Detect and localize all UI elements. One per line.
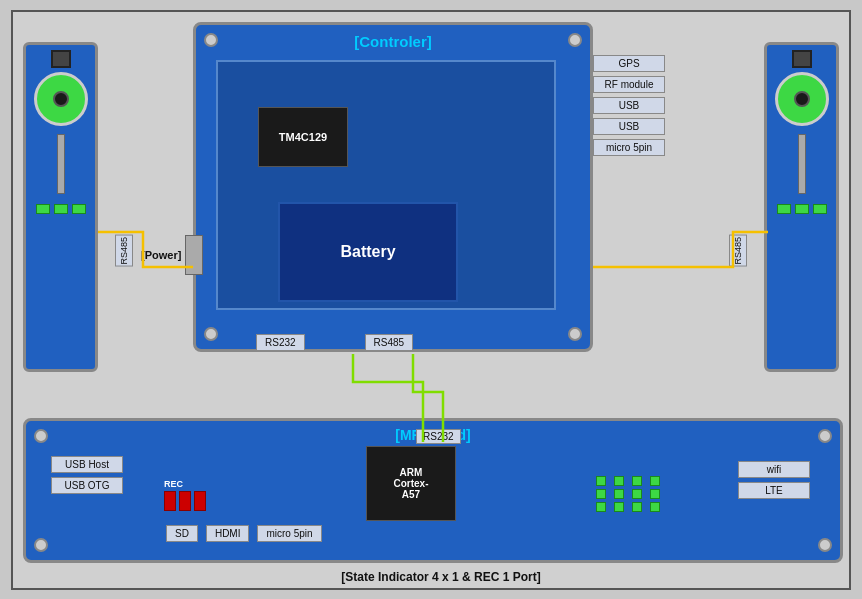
green-dot-2 xyxy=(596,489,606,499)
ctrl-corner-bl xyxy=(204,327,218,341)
green-dot-3 xyxy=(596,502,606,512)
green-dot-4 xyxy=(614,476,624,486)
green-dot-11 xyxy=(650,489,660,499)
green-col-4 xyxy=(650,476,660,512)
wifi-label: wifi xyxy=(738,461,810,478)
ctrl-corner-br xyxy=(568,327,582,341)
ctrl-corner-tl xyxy=(204,33,218,47)
rec-bar-3 xyxy=(194,491,206,511)
left-indicator-2 xyxy=(54,204,68,214)
right-modules: GPS RF module USB USB micro 5pin xyxy=(593,55,665,156)
mr-corner-tl xyxy=(34,429,48,443)
controller-title: [Controler] xyxy=(196,33,590,50)
ctrl-rs485: RS485 xyxy=(365,334,414,351)
green-dot-7 xyxy=(632,476,642,486)
mr-board: [MR Board] USB Host USB OTG REC ARMCorte… xyxy=(23,418,843,563)
left-device-indicators xyxy=(36,204,86,214)
right-device-circle xyxy=(775,72,829,126)
power-block xyxy=(185,235,203,275)
left-rs485-label: RS485 xyxy=(115,235,133,267)
power-connector: [Power] xyxy=(141,235,203,275)
usb-otg-label: USB OTG xyxy=(51,477,123,494)
rec-bar-1 xyxy=(164,491,176,511)
mr-bottom-connectors: SD HDMI micro 5pin xyxy=(166,525,322,542)
rec-label: REC xyxy=(164,479,183,489)
arm-chip: ARMCortex-A57 xyxy=(366,446,456,521)
left-device-circle xyxy=(34,72,88,126)
controller-board: [Controler] TM4C129 Battery GPS RF modul… xyxy=(193,22,593,352)
module-usb1: USB xyxy=(593,97,665,114)
right-indicator-2 xyxy=(795,204,809,214)
right-device-circle-inner xyxy=(794,91,810,107)
controller-inner: TM4C129 Battery xyxy=(216,60,556,310)
ctrl-rs232: RS232 xyxy=(256,334,305,351)
left-indicator-1 xyxy=(36,204,50,214)
green-dot-1 xyxy=(596,476,606,486)
green-dot-9 xyxy=(632,502,642,512)
right-device-top xyxy=(792,50,812,68)
battery-label: Battery xyxy=(278,202,458,302)
left-device-circle-inner xyxy=(53,91,69,107)
usb-host-label: USB Host xyxy=(51,456,123,473)
left-device: RS485 xyxy=(23,42,98,372)
mr-left-connectors: USB Host USB OTG xyxy=(51,456,123,494)
module-rf: RF module xyxy=(593,76,665,93)
micro5pin-label: micro 5pin xyxy=(257,525,321,542)
left-rs485-connector: RS485 xyxy=(115,235,133,267)
right-device-bar xyxy=(798,134,806,194)
ctrl-corner-tr xyxy=(568,33,582,47)
rec-bar-2 xyxy=(179,491,191,511)
module-micro5pin: micro 5pin xyxy=(593,139,665,156)
bottom-connectors: RS232 RS485 xyxy=(256,334,413,351)
rec-indicators xyxy=(164,491,206,511)
hdmi-label: HDMI xyxy=(206,525,250,542)
right-rs485-label: RS485 xyxy=(729,235,747,267)
green-col-3 xyxy=(632,476,642,512)
green-dot-10 xyxy=(650,476,660,486)
left-indicator-3 xyxy=(72,204,86,214)
module-gps: GPS xyxy=(593,55,665,72)
green-dot-5 xyxy=(614,489,624,499)
right-indicator-1 xyxy=(777,204,791,214)
green-col-2 xyxy=(614,476,624,512)
mr-right-connectors: wifi LTE xyxy=(738,461,810,499)
left-device-bar xyxy=(57,134,65,194)
mr-corner-tr xyxy=(818,429,832,443)
lte-label: LTE xyxy=(738,482,810,499)
module-usb2: USB xyxy=(593,118,665,135)
mr-corner-br xyxy=(818,538,832,552)
state-indicator-text: [State Indicator 4 x 1 & REC 1 Port] xyxy=(23,570,859,584)
right-rs485-connector: RS485 xyxy=(729,235,747,267)
mr-green-indicators xyxy=(596,476,660,512)
power-label: [Power] xyxy=(141,249,181,261)
green-dot-12 xyxy=(650,502,660,512)
diagram-container: RS485 RS485 [Controler] TM4C129 Ba xyxy=(11,10,851,590)
rec-area: REC xyxy=(164,479,206,511)
right-indicator-3 xyxy=(813,204,827,214)
mr-corner-bl xyxy=(34,538,48,552)
tm4c129-chip: TM4C129 xyxy=(258,107,348,167)
left-device-top xyxy=(51,50,71,68)
green-dot-6 xyxy=(614,502,624,512)
mr-rs232-label: RS232 xyxy=(416,429,461,444)
green-dot-8 xyxy=(632,489,642,499)
sd-label: SD xyxy=(166,525,198,542)
right-device-indicators xyxy=(777,204,827,214)
green-col-1 xyxy=(596,476,606,512)
right-device: RS485 xyxy=(764,42,839,372)
